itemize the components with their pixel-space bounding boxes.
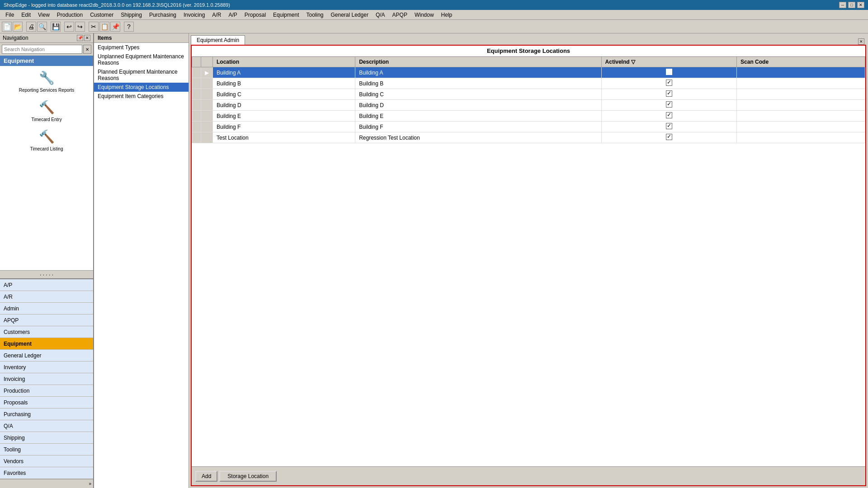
open-button[interactable]: 📂	[13, 22, 23, 32]
sidebar-item-production[interactable]: Production	[0, 385, 93, 397]
activeind-checkbox[interactable]	[666, 123, 672, 129]
row-scancode	[737, 111, 865, 122]
minimize-button[interactable]: ─	[839, 2, 846, 8]
print-preview-button[interactable]: 🔍	[37, 22, 47, 32]
add-button[interactable]: Add	[195, 471, 217, 482]
menu-item-production[interactable]: Production	[53, 11, 86, 19]
new-button[interactable]: 📄	[2, 22, 12, 32]
maximize-button[interactable]: □	[848, 2, 855, 8]
menu-item-q-a[interactable]: Q/A	[372, 11, 389, 19]
menu-item-purchasing[interactable]: Purchasing	[146, 11, 180, 19]
sidebar-item-ar[interactable]: A/R	[0, 291, 93, 303]
table-row[interactable]: Building B Building B	[192, 78, 865, 89]
close-button[interactable]: ✕	[857, 2, 864, 8]
sidebar-item-tooling[interactable]: Tooling	[0, 444, 93, 455]
activeind-checkbox[interactable]	[666, 101, 672, 108]
save-button[interactable]: 💾	[51, 22, 61, 32]
table-row[interactable]: Test Location Regression Test Location	[192, 132, 865, 143]
help-button[interactable]: ?	[124, 22, 134, 32]
menu-item-apqp[interactable]: APQP	[389, 11, 411, 19]
tree-item-equipment-types[interactable]: Equipment Types	[94, 43, 189, 52]
activeind-checkbox[interactable]	[666, 134, 672, 140]
menu-item-general-ledger[interactable]: General Ledger	[327, 11, 372, 19]
activeind-checkbox[interactable]	[666, 90, 672, 97]
row-activeind[interactable]	[601, 78, 737, 89]
activeind-checkbox[interactable]	[666, 112, 672, 118]
nav-pin-button[interactable]: 📌	[77, 35, 83, 41]
row-activeind[interactable]	[601, 132, 737, 143]
nav-scroll-indicator: · · · · ·	[0, 270, 93, 278]
table-row[interactable]: Building C Building C	[192, 89, 865, 100]
sidebar-item-qa[interactable]: Q/A	[0, 420, 93, 432]
sidebar-item-apqp[interactable]: APQP	[0, 314, 93, 326]
tree-item-storage-locations[interactable]: Equipment Storage Locations	[94, 83, 189, 92]
undo-button[interactable]: ↩	[64, 22, 74, 32]
nav-timecard-listing[interactable]: 🔨 Timecard Listing	[0, 125, 93, 154]
col-description[interactable]: Description	[355, 57, 601, 67]
row-activeind[interactable]	[601, 100, 737, 111]
sidebar-item-inventory[interactable]: Inventory	[0, 361, 93, 373]
sidebar-item-vendors[interactable]: Vendors	[0, 455, 93, 467]
menu-item-customer[interactable]: Customer	[86, 11, 117, 19]
activeind-checkbox[interactable]	[666, 80, 672, 86]
sidebar-item-customers[interactable]: Customers	[0, 326, 93, 338]
timecard-listing-icon: 🔨	[38, 127, 56, 145]
print-button[interactable]: 🖨	[26, 22, 36, 32]
sidebar-item-proposals[interactable]: Proposals	[0, 397, 93, 408]
menu-item-window[interactable]: Window	[411, 11, 438, 19]
activeind-checkbox[interactable]	[666, 69, 672, 75]
sidebar-item-general-ledger[interactable]: General Ledger	[0, 350, 93, 361]
content-close-button[interactable]: ✕	[858, 38, 864, 45]
sidebar-item-equipment[interactable]: Equipment	[0, 338, 93, 350]
row-activeind[interactable]	[601, 67, 737, 78]
menubar: FileEditViewProductionCustomerShippingPu…	[0, 10, 868, 20]
row-description: Regression Test Location	[355, 132, 601, 143]
reporting-services-icon: 🔧	[38, 69, 56, 87]
nav-reporting-services[interactable]: 🔧 Reporting Services Reports	[0, 66, 93, 95]
table-row[interactable]: ▶ Building A Building A	[192, 67, 865, 78]
nav-close-button[interactable]: ✕	[84, 35, 90, 41]
menu-item-tooling[interactable]: Tooling	[302, 11, 327, 19]
sidebar-item-ap[interactable]: A/P	[0, 279, 93, 291]
col-activeind[interactable]: ActiveInd ▽	[601, 57, 737, 67]
menu-item-proposal[interactable]: Proposal	[241, 11, 269, 19]
menu-item-help[interactable]: Help	[438, 11, 456, 19]
row-activeind[interactable]	[601, 89, 737, 100]
col-scancode[interactable]: Scan Code	[737, 57, 865, 67]
nav-timecard-entry[interactable]: 🔨 Timecard Entry	[0, 95, 93, 125]
menu-item-a-p[interactable]: A/P	[225, 11, 241, 19]
tree-item-unplanned-maintenance[interactable]: Unplanned Equipment Maintenance Reasons	[94, 52, 189, 67]
table-row[interactable]: Building F Building F	[192, 122, 865, 132]
menu-item-edit[interactable]: Edit	[18, 11, 34, 19]
menu-item-equipment[interactable]: Equipment	[269, 11, 302, 19]
storage-location-button[interactable]: Storage Location	[219, 471, 277, 482]
redo-button[interactable]: ↪	[75, 22, 85, 32]
menu-item-a-r[interactable]: A/R	[208, 11, 225, 19]
copy-button[interactable]: 📋	[99, 22, 109, 32]
sidebar-item-shipping[interactable]: Shipping	[0, 432, 93, 444]
row-description: Building F	[355, 122, 601, 132]
row-indicator-cell	[192, 132, 201, 143]
sidebar-more-button[interactable]: »	[0, 479, 93, 488]
tab-equipment-admin[interactable]: Equipment Admin	[191, 35, 245, 45]
row-indicator-cell	[192, 100, 201, 111]
cut-button[interactable]: ✂	[89, 22, 99, 32]
menu-item-shipping[interactable]: Shipping	[117, 11, 146, 19]
search-clear-button[interactable]: ✕	[83, 45, 91, 54]
menu-item-file[interactable]: File	[2, 11, 18, 19]
sidebar-item-invoicing[interactable]: Invoicing	[0, 373, 93, 385]
paste-button[interactable]: 📌	[110, 22, 120, 32]
sidebar-item-purchasing[interactable]: Purchasing	[0, 408, 93, 420]
menu-item-invoicing[interactable]: Invoicing	[180, 11, 208, 19]
tree-item-planned-maintenance[interactable]: Planned Equipment Maintenance Reasons	[94, 67, 189, 83]
table-row[interactable]: Building E Building E	[192, 111, 865, 122]
search-input[interactable]	[2, 45, 82, 54]
sidebar-item-favorites[interactable]: Favorites	[0, 467, 93, 479]
col-location[interactable]: Location	[213, 57, 355, 67]
row-activeind[interactable]	[601, 111, 737, 122]
table-row[interactable]: Building D Building D	[192, 100, 865, 111]
sidebar-item-admin[interactable]: Admin	[0, 303, 93, 314]
row-activeind[interactable]	[601, 122, 737, 132]
tree-item-item-categories[interactable]: Equipment Item Categories	[94, 92, 189, 101]
menu-item-view[interactable]: View	[34, 11, 53, 19]
